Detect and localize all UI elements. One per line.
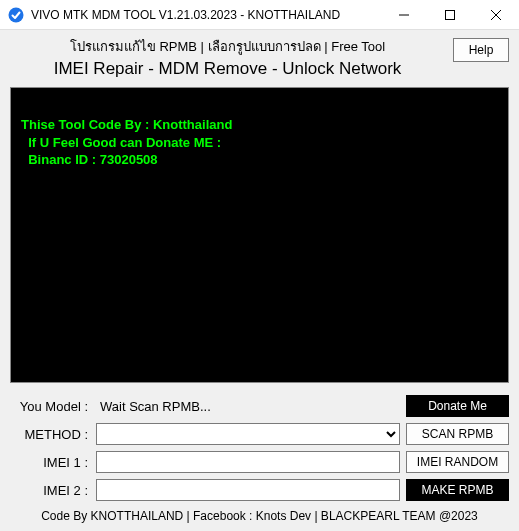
method-row: METHOD : SCAN RPMB — [10, 423, 509, 445]
maximize-button[interactable] — [427, 0, 473, 29]
scan-rpmb-button[interactable]: SCAN RPMB — [406, 423, 509, 445]
console-line: Thise Tool Code By : Knotthailand — [21, 117, 232, 132]
header-text: โปรแกรมแก้ไข RPMB | เลือกรูปแบบการปลด | … — [10, 36, 445, 79]
svg-point-0 — [9, 7, 24, 22]
imei1-row: IMEI 1 : IMEI RANDOM — [10, 451, 509, 473]
donate-button[interactable]: Donate Me — [406, 395, 509, 417]
console-line: Binanc ID : 73020508 — [21, 152, 158, 167]
model-label: You Model : — [10, 399, 90, 414]
svg-rect-2 — [446, 10, 455, 19]
window-controls — [381, 0, 519, 29]
imei2-label: IMEI 2 : — [10, 483, 90, 498]
imei1-input[interactable] — [96, 451, 400, 473]
app-icon — [8, 7, 24, 23]
imei2-input[interactable] — [96, 479, 400, 501]
header: โปรแกรมแก้ไข RPMB | เลือกรูปแบบการปลด | … — [10, 36, 509, 79]
window-body: โปรแกรมแก้ไข RPMB | เลือกรูปแบบการปลด | … — [0, 30, 519, 531]
titlebar: VIVO MTK MDM TOOL V1.21.03.2023 - KNOTTH… — [0, 0, 519, 30]
footer-text: Code By KNOTTHAILAND | Facebook : Knots … — [10, 509, 509, 523]
console-output: Thise Tool Code By : Knotthailand If U F… — [10, 87, 509, 383]
header-line2: IMEI Repair - MDM Remove - Unlock Networ… — [10, 59, 445, 79]
close-button[interactable] — [473, 0, 519, 29]
scan-status: Wait Scan RPMB... — [96, 399, 400, 414]
console-line: If U Feel Good can Donate ME : — [21, 135, 221, 150]
method-select[interactable] — [96, 423, 400, 445]
make-rpmb-button[interactable]: MAKE RPMB — [406, 479, 509, 501]
imei2-row: IMEI 2 : MAKE RPMB — [10, 479, 509, 501]
imei-random-button[interactable]: IMEI RANDOM — [406, 451, 509, 473]
help-button[interactable]: Help — [453, 38, 509, 62]
header-line1: โปรแกรมแก้ไข RPMB | เลือกรูปแบบการปลด | … — [10, 36, 445, 57]
method-label: METHOD : — [10, 427, 90, 442]
imei1-label: IMEI 1 : — [10, 455, 90, 470]
form-area: You Model : Wait Scan RPMB... Donate Me … — [10, 395, 509, 501]
model-row: You Model : Wait Scan RPMB... Donate Me — [10, 395, 509, 417]
window-title: VIVO MTK MDM TOOL V1.21.03.2023 - KNOTTH… — [31, 8, 381, 22]
minimize-button[interactable] — [381, 0, 427, 29]
